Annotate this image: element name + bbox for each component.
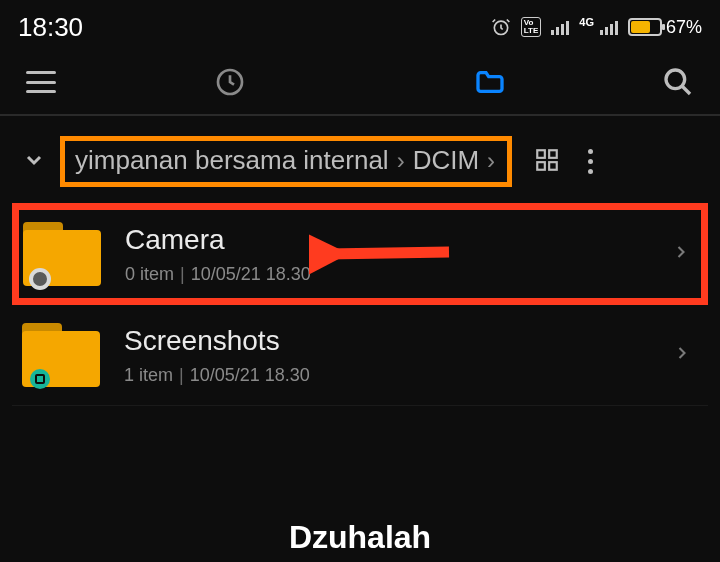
alarm-icon	[491, 17, 511, 37]
volte-icon: VoLTE	[521, 17, 542, 37]
folder-icon	[474, 66, 506, 98]
clock-icon	[214, 66, 246, 98]
folder-name: Screenshots	[124, 325, 648, 357]
camera-badge-icon	[29, 268, 51, 290]
signal-icon-2	[600, 19, 618, 35]
status-right: VoLTE 4G 67%	[491, 17, 702, 38]
chevron-right-icon	[672, 343, 692, 367]
status-time: 18:30	[18, 12, 83, 43]
folder-list: Camera 0 item|10/05/21 18.30 Screenshots…	[0, 203, 720, 406]
overflow-menu-button[interactable]	[588, 149, 593, 174]
search-icon	[662, 66, 694, 98]
signal-icon-1	[551, 19, 569, 35]
folder-icon	[22, 323, 100, 387]
folder-item-count: 1 item	[124, 365, 173, 385]
network-label: 4G	[579, 16, 594, 28]
folder-meta: 1 item|10/05/21 18.30	[124, 365, 648, 386]
search-button[interactable]	[620, 66, 720, 98]
watermark-text: Dzuhalah	[0, 519, 720, 556]
breadcrumb-segment-storage[interactable]: yimpanan bersama internal	[75, 145, 389, 176]
svg-point-2	[666, 70, 685, 89]
folder-date: 10/05/21 18.30	[191, 264, 311, 284]
folder-icon	[23, 222, 101, 286]
status-bar: 18:30 VoLTE 4G 67%	[0, 0, 720, 50]
hamburger-icon	[26, 71, 56, 93]
view-grid-button[interactable]	[534, 147, 560, 177]
chevron-down-icon	[22, 148, 46, 172]
folder-date: 10/05/21 18.30	[190, 365, 310, 385]
folder-info: Screenshots 1 item|10/05/21 18.30	[124, 325, 648, 386]
screenshot-badge-icon	[30, 369, 50, 389]
breadcrumb-segment-dcim[interactable]: DCIM	[413, 145, 479, 176]
battery-percent: 67%	[666, 17, 702, 38]
folder-name: Camera	[125, 224, 647, 256]
folder-meta: 0 item|10/05/21 18.30	[125, 264, 647, 285]
tab-recent[interactable]	[100, 66, 360, 98]
folder-row-screenshots[interactable]: Screenshots 1 item|10/05/21 18.30	[12, 305, 708, 406]
breadcrumb-row: yimpanan bersama internal › DCIM ›	[0, 116, 720, 203]
expand-breadcrumb-button[interactable]	[22, 148, 46, 176]
svg-rect-4	[549, 150, 557, 158]
battery-indicator: 67%	[628, 17, 702, 38]
menu-button[interactable]	[0, 71, 100, 93]
svg-rect-6	[549, 162, 557, 170]
grid-icon	[534, 147, 560, 173]
svg-rect-3	[537, 150, 545, 158]
breadcrumb-highlight-annotation: yimpanan bersama internal › DCIM ›	[60, 136, 512, 187]
folder-item-count: 0 item	[125, 264, 174, 284]
chevron-right-icon: ›	[395, 147, 407, 175]
svg-rect-5	[537, 162, 545, 170]
top-tab-bar	[0, 50, 720, 116]
tab-files[interactable]	[360, 66, 620, 98]
chevron-right-icon	[671, 242, 691, 266]
folder-info: Camera 0 item|10/05/21 18.30	[125, 224, 647, 285]
folder-row-camera[interactable]: Camera 0 item|10/05/21 18.30	[12, 203, 708, 305]
chevron-right-icon: ›	[485, 147, 497, 175]
